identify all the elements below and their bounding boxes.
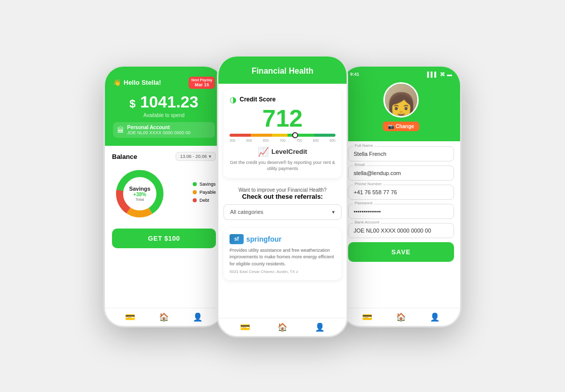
payable-dot	[193, 190, 197, 194]
chart-legend: Savings Payable Debt	[193, 182, 216, 206]
legend-item: Payable	[193, 190, 216, 195]
battery-icon: ▬	[447, 72, 452, 77]
savings-label: Savings	[199, 182, 215, 187]
donut-chart: Savings +38% Total	[112, 166, 167, 221]
credit-score-card: ◑ Credit Score 712 300 600 650 700 750 8…	[223, 89, 342, 178]
greeting-emoji: 👋	[113, 79, 121, 86]
change-photo-button[interactable]: 📷 Change	[383, 122, 419, 131]
account-row: 🏛 Personal Account JOE NL00 XXXX 0000 00…	[113, 122, 215, 138]
springfour-icon: sf	[230, 234, 244, 244]
phone-field: Phone Number	[348, 185, 454, 200]
center-body: ◑ Credit Score 712 300 600 650 700 750 8…	[218, 84, 347, 313]
score-bar	[230, 134, 335, 137]
balance-amount: $ 1041.23	[113, 93, 215, 111]
phones-container: 👋 Hello Stella! Next Payday Mar 15 $ 104…	[93, 35, 472, 358]
right-body: Full Name Email Phone Number Password Ba…	[342, 141, 460, 314]
dropdown-arrow-icon: ▾	[332, 209, 335, 215]
greeting: 👋 Hello Stella!	[113, 79, 161, 86]
credit-score-label: Credit Score	[240, 96, 275, 103]
referrals-section: Want to improve your Financial Health? C…	[218, 183, 347, 228]
level-credit-logo: 📈 LevelCredit	[230, 146, 335, 157]
save-button[interactable]: SAVE	[348, 242, 454, 262]
credit-icon: ◑	[230, 95, 237, 104]
right-header: 9:41 ▌▌▌ ⌘ ▬ 👩 📷 Change	[342, 67, 460, 141]
nav-profile-icon[interactable]: 👤	[315, 322, 325, 332]
avatar-silhouette-icon: 👩	[385, 93, 417, 118]
nav-card-icon[interactable]: 💳	[125, 312, 135, 322]
legend-item: Debt	[193, 198, 216, 203]
right-phone: 9:41 ▌▌▌ ⌘ ▬ 👩 📷 Change	[341, 65, 462, 327]
debt-label: Debt	[199, 198, 209, 203]
payable-label: Payable	[199, 190, 216, 195]
legend-item: Savings	[193, 182, 216, 187]
password-input[interactable]	[348, 204, 454, 219]
nav-profile-icon[interactable]: 👤	[193, 312, 203, 322]
nav-home-icon[interactable]: 🏠	[277, 322, 288, 332]
get-money-button[interactable]: GET $100	[112, 229, 216, 248]
nav-card-icon[interactable]: 💳	[240, 322, 250, 332]
donut-pct: +38%	[129, 192, 150, 197]
bank-account-label: Bank Account	[353, 220, 381, 225]
level-credit-name: LevelCredit	[271, 148, 307, 155]
level-credit-icon: 📈	[258, 146, 269, 157]
email-input[interactable]	[348, 165, 454, 181]
left-body: Balance 13.06 - 20.06 ▾	[105, 146, 223, 254]
wifi-icon: ⌘	[440, 72, 445, 77]
level-credit-desc: Get the credit you deserve® by reporting…	[230, 159, 335, 172]
password-label: Password	[353, 201, 374, 205]
nav-profile-icon[interactable]: 👤	[430, 312, 440, 322]
avatar-wrap: 👩	[383, 82, 419, 120]
password-field: Password	[348, 204, 454, 219]
date-picker[interactable]: 13.06 - 20.06 ▾	[176, 152, 216, 161]
nav-card-icon[interactable]: 💳	[362, 312, 372, 322]
avatar: 👩	[383, 82, 419, 118]
signal-icon: ▌▌▌	[427, 72, 438, 77]
springfour-card: sf springfour Provides utility assistanc…	[223, 228, 342, 281]
right-bottom-nav: 💳 🏠 👤	[342, 308, 460, 326]
payday-badge: Next Payday Mar 15	[189, 77, 215, 89]
donut-sub-label: Total	[129, 197, 150, 202]
nav-home-icon[interactable]: 🏠	[396, 312, 406, 322]
bank-icon: 🏛	[117, 126, 124, 134]
score-labels: 300 600 650 700 750 800 850	[230, 139, 335, 142]
phone-label: Phone Number	[353, 182, 383, 186]
springfour-desc: Provides utility assistance and free wea…	[230, 247, 335, 268]
bank-account-field: Bank Account	[348, 223, 454, 238]
center-header: Financial Health	[218, 57, 347, 84]
bank-account-input[interactable]	[348, 223, 454, 238]
center-phone: Financial Health ◑ Credit Score 712 300 …	[217, 55, 348, 338]
left-bottom-nav: 💳 🏠 👤	[105, 308, 223, 326]
improve-text: Want to improve your Financial Health?	[223, 187, 342, 193]
balance-title: Balance	[112, 153, 137, 160]
chevron-down-icon: ▾	[209, 154, 211, 159]
camera-icon: 📷	[388, 124, 394, 129]
full-name-input[interactable]	[348, 146, 454, 161]
nav-home-icon[interactable]: 🏠	[159, 312, 169, 322]
status-icons: ▌▌▌ ⌘ ▬	[427, 72, 452, 77]
status-bar: 9:41 ▌▌▌ ⌘ ▬	[350, 72, 452, 77]
springfour-address: 5021 East Cesar Chavez, Austin, TX z	[230, 269, 335, 274]
donut-area: Savings +38% Total Savings Payable	[112, 166, 216, 221]
credit-score-value: 712	[230, 106, 335, 131]
full-name-label: Full Name	[353, 143, 374, 148]
donut-main-label: Savings	[129, 186, 150, 192]
left-header: 👋 Hello Stella! Next Payday Mar 15 $ 104…	[105, 67, 223, 146]
email-label: Email	[353, 162, 366, 167]
phone-input[interactable]	[348, 185, 454, 200]
debt-dot	[193, 198, 197, 202]
email-field: Email	[348, 165, 454, 181]
account-name: Personal Account	[127, 125, 191, 130]
full-name-field: Full Name	[348, 146, 454, 161]
center-bottom-nav: 💳 🏠 👤	[218, 318, 347, 336]
avatar-placeholder: 👩	[385, 84, 417, 116]
referrals-text: Check out these referrals:	[223, 193, 342, 200]
springfour-name: springfour	[246, 235, 281, 243]
status-time: 9:41	[350, 72, 359, 77]
savings-dot	[193, 182, 197, 186]
left-phone: 👋 Hello Stella! Next Payday Mar 15 $ 104…	[103, 65, 224, 327]
financial-health-title: Financial Health	[227, 67, 338, 76]
springfour-logo: sf springfour	[230, 234, 335, 244]
available-text: Available to spend	[113, 113, 215, 118]
account-number: JOE NL00 XXXX 0000 0000 00	[127, 130, 191, 135]
category-dropdown[interactable]: All categories ▾	[223, 204, 342, 220]
